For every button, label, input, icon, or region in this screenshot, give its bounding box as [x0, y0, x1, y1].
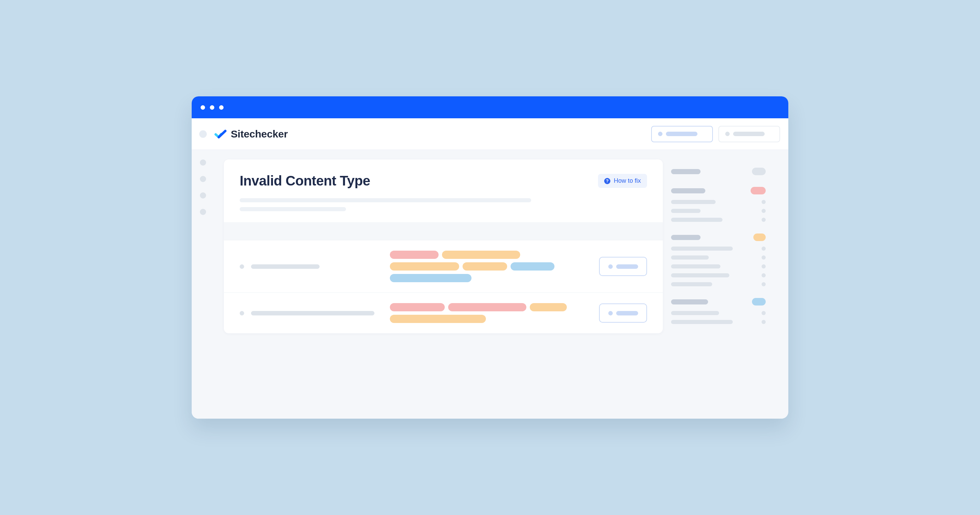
top-bar: Sitechecker	[192, 118, 788, 150]
menu-icon[interactable]	[199, 130, 207, 138]
window-control-close[interactable]	[200, 105, 205, 110]
category-group	[671, 187, 766, 222]
category-item[interactable]	[671, 200, 766, 204]
row-tags	[390, 251, 589, 282]
brand-name: Sitechecker	[231, 128, 288, 140]
tag	[390, 251, 439, 259]
description-placeholder	[240, 198, 647, 211]
sidebar-nav-item[interactable]	[200, 176, 206, 182]
tag	[390, 315, 486, 323]
category-group	[671, 234, 766, 286]
category-item[interactable]	[671, 218, 766, 222]
category-item[interactable]	[671, 282, 766, 286]
category-header[interactable]	[671, 234, 766, 241]
sidebar	[192, 150, 214, 419]
tag	[463, 262, 507, 270]
category-header[interactable]	[671, 168, 766, 175]
tag	[448, 303, 527, 312]
category-item[interactable]	[671, 311, 766, 315]
row-tags	[390, 303, 589, 323]
tag	[390, 262, 459, 270]
category-group	[671, 168, 766, 175]
body-area: Invalid Content Type ? How to fix	[192, 150, 788, 419]
how-to-fix-button[interactable]: ? How to fix	[598, 174, 647, 188]
how-to-fix-label: How to fix	[614, 177, 641, 184]
category-badge	[753, 234, 766, 241]
issue-row[interactable]	[224, 240, 663, 292]
row-label	[240, 311, 380, 315]
tag	[511, 262, 554, 270]
tag	[390, 303, 445, 312]
tag	[442, 251, 520, 259]
category-item[interactable]	[671, 209, 766, 213]
category-item[interactable]	[671, 320, 766, 324]
issue-card: Invalid Content Type ? How to fix	[224, 159, 663, 333]
window-titlebar	[192, 96, 788, 118]
window-control-minimize[interactable]	[210, 105, 214, 110]
category-header[interactable]	[671, 187, 766, 194]
sidebar-nav-item[interactable]	[200, 159, 206, 165]
category-group	[671, 298, 766, 324]
issue-row[interactable]	[224, 292, 663, 333]
app-window: Sitechecker Invalid Content Type	[192, 96, 788, 419]
row-action-button[interactable]	[599, 257, 647, 276]
header-button-secondary[interactable]	[718, 126, 780, 142]
tag	[390, 274, 471, 282]
category-badge	[751, 187, 766, 194]
page-title: Invalid Content Type	[240, 173, 370, 189]
tag	[530, 303, 567, 312]
category-item[interactable]	[671, 273, 766, 277]
category-header[interactable]	[671, 298, 766, 305]
help-icon: ?	[604, 178, 610, 184]
brand-logo[interactable]: Sitechecker	[214, 128, 288, 140]
checkmark-icon	[214, 128, 227, 140]
right-panel	[671, 159, 774, 419]
filter-strip	[224, 222, 663, 240]
main-area: Invalid Content Type ? How to fix	[214, 150, 788, 419]
sidebar-nav-item[interactable]	[200, 192, 206, 199]
category-badge	[752, 168, 766, 175]
category-item[interactable]	[671, 256, 766, 259]
row-action-button[interactable]	[599, 304, 647, 323]
header-button-primary[interactable]	[651, 126, 713, 142]
row-label	[240, 264, 380, 269]
category-badge	[752, 298, 766, 305]
category-item[interactable]	[671, 246, 766, 251]
sidebar-nav-item[interactable]	[200, 209, 206, 215]
window-control-maximize[interactable]	[219, 105, 224, 110]
category-item[interactable]	[671, 264, 766, 269]
